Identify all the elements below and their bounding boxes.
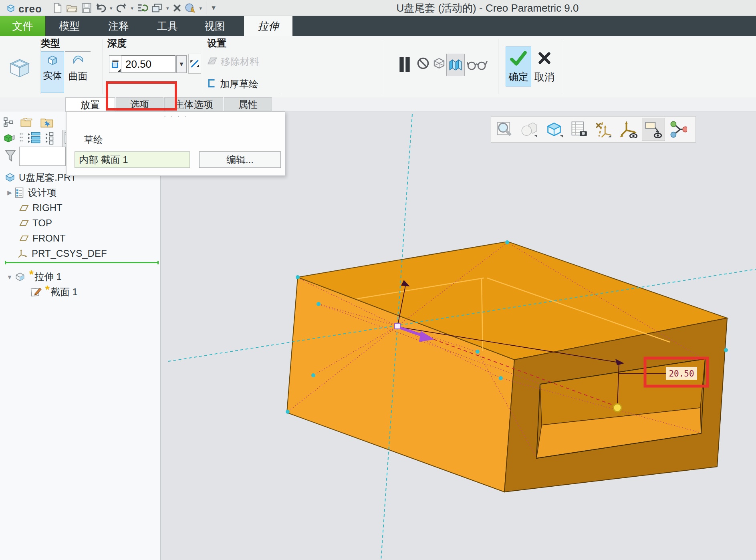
thicken-sketch-label: 加厚草绘: [220, 78, 258, 91]
depth-group-label: 深度: [107, 37, 127, 50]
close-window-icon[interactable]: [173, 4, 181, 12]
appearance-dropdown-icon[interactable]: ▾: [200, 5, 202, 11]
glasses-verify-button[interactable]: [467, 59, 488, 72]
tree-row-section[interactable]: * 截面 1: [0, 284, 160, 300]
depth-drag-handle[interactable]: [613, 404, 621, 412]
tree-structure-icon[interactable]: [3, 117, 14, 129]
new-file-icon[interactable]: [53, 3, 62, 13]
drag-dots-icon: [19, 133, 23, 145]
cancel-x-icon: [537, 51, 552, 66]
model-tree-panel: U盘尾套.PRT ▶ 设计项 RIGHT TOP FRONT PRT_CSYS_…: [0, 111, 161, 560]
sketch-icon: [30, 287, 42, 297]
open-file-icon[interactable]: [67, 3, 78, 13]
spin-center-button[interactable]: [617, 118, 640, 141]
tab-extrude-active[interactable]: 拉伸: [244, 16, 292, 36]
display-style-button[interactable]: [518, 118, 541, 141]
save-icon[interactable]: [82, 3, 91, 13]
datum-display-filters-button[interactable]: [592, 118, 615, 141]
subtab-options[interactable]: 选项: [116, 97, 163, 111]
flip-direction-button[interactable]: [188, 54, 201, 74]
model-tree-icon[interactable]: [3, 132, 15, 145]
cancel-button[interactable]: 取消: [533, 46, 556, 87]
remove-material-label: 移除材料: [221, 55, 259, 68]
window-switch-icon[interactable]: [152, 3, 162, 13]
collapse-arrow-icon[interactable]: ▼: [6, 274, 14, 280]
depth-option-button[interactable]: [109, 55, 121, 73]
no-preview-button[interactable]: [417, 57, 429, 71]
expand-list-icon[interactable]: [27, 131, 41, 146]
view-manager-button[interactable]: [567, 118, 591, 141]
tab-model[interactable]: 模型: [47, 16, 91, 36]
appearance-gallery-icon[interactable]: [185, 3, 196, 13]
ok-button[interactable]: 确定: [506, 46, 531, 87]
subtab-properties[interactable]: 属性: [224, 97, 272, 111]
tree-filter-input[interactable]: [19, 147, 66, 166]
ribbon-tab-bar: 文件 模型 注释 工具 视图 拉伸: [0, 16, 756, 36]
tree-row-front-plane[interactable]: FRONT: [0, 231, 160, 246]
layer-tree-icon[interactable]: [20, 116, 34, 130]
panel-drag-handle[interactable]: · · · ·: [67, 112, 285, 120]
tree-row-right-plane[interactable]: RIGHT: [0, 200, 160, 216]
dimension-value[interactable]: 20.50: [669, 369, 694, 379]
sketch-edit-button[interactable]: 编辑...: [199, 151, 281, 168]
tree-csys-label: PRT_CSYS_DEF: [32, 248, 107, 259]
tree-front-label: FRONT: [32, 233, 66, 244]
undo-dropdown-icon[interactable]: ▾: [110, 5, 113, 11]
creo-window: creo ▾ ▾ ▾ ▾ ▼ U盘尾套 (活动的) - Creo Paramet…: [0, 0, 756, 560]
remove-material-option: 移除材料: [207, 55, 259, 68]
datum-plane-icon: [19, 219, 29, 227]
redo-button[interactable]: [117, 3, 127, 13]
zoom-in-button[interactable]: [493, 118, 516, 141]
datum-plane-icon: [19, 234, 29, 242]
tree-row-top-plane[interactable]: TOP: [0, 216, 160, 231]
graphics-area[interactable]: 20.50: [161, 111, 756, 560]
3d-model-viewport[interactable]: 20.50: [161, 111, 756, 560]
attached-preview-button[interactable]: [446, 54, 465, 76]
tab-tools[interactable]: 工具: [145, 16, 190, 36]
regenerate-icon[interactable]: [137, 3, 148, 13]
window-title: U盘尾套 (活动的) - Creo Parametric 9.0: [219, 0, 756, 16]
dashboard-subtabs: 放置 选项 主体选项 属性: [0, 97, 756, 111]
solid-type-button[interactable]: 实体: [41, 51, 64, 93]
tree-row-csys[interactable]: PRT_CSYS_DEF: [0, 246, 160, 261]
model-display-graph-button[interactable]: [667, 118, 690, 141]
modified-star: *: [45, 288, 50, 292]
pause-button[interactable]: [399, 56, 411, 75]
undo-button[interactable]: [95, 3, 106, 13]
filter-funnel-icon[interactable]: [5, 150, 16, 163]
tab-file[interactable]: 文件: [0, 16, 45, 36]
qat-customize-icon[interactable]: ▼: [210, 4, 217, 12]
redo-dropdown-icon[interactable]: ▾: [131, 5, 134, 11]
tab-annotate[interactable]: 注释: [97, 16, 141, 36]
remove-material-icon: [207, 56, 218, 67]
depth-value-input[interactable]: [121, 55, 175, 73]
tree-right-label: RIGHT: [32, 202, 62, 214]
settings-folder-icon[interactable]: [40, 116, 54, 130]
insert-here-line[interactable]: [5, 262, 159, 263]
surface-type-button[interactable]: 曲面: [65, 51, 91, 93]
tree-row-design-items[interactable]: ▶ 设计项: [0, 185, 160, 200]
extrude-ribbon: 类型 实体 曲面 深度 ▼ 封闭端 设置: [0, 36, 756, 97]
type-group-label: 类型: [41, 37, 60, 50]
window-dropdown-icon[interactable]: ▾: [166, 5, 169, 11]
thicken-sketch-option[interactable]: 加厚草绘: [207, 78, 258, 91]
expand-arrow-icon[interactable]: ▶: [6, 189, 14, 196]
tree-row-extrude[interactable]: ▼ * 拉伸 1: [0, 269, 160, 284]
thicken-sketch-icon: [207, 79, 217, 90]
subtab-body-options[interactable]: 主体选项: [164, 97, 223, 111]
solid-label: 实体: [43, 69, 62, 82]
sketch-collector-field[interactable]: 内部 截面 1: [75, 151, 190, 168]
subtab-placement[interactable]: 放置: [65, 97, 115, 112]
surface-icon: [72, 54, 84, 68]
annotation-display-button[interactable]: [642, 118, 665, 141]
surface-label: 曲面: [69, 70, 88, 83]
in-graphics-toolbar: [491, 116, 696, 143]
depth-dropdown-button[interactable]: ▼: [176, 55, 187, 73]
tab-view[interactable]: 视图: [193, 16, 237, 36]
collapse-list-icon[interactable]: [45, 131, 58, 146]
wireframe-preview-button[interactable]: [432, 56, 446, 72]
saved-orientations-button[interactable]: [542, 118, 566, 141]
design-items-icon: [14, 187, 24, 198]
ribbon-separator: [40, 39, 40, 94]
tree-extrude-label: 拉伸 1: [34, 270, 62, 283]
